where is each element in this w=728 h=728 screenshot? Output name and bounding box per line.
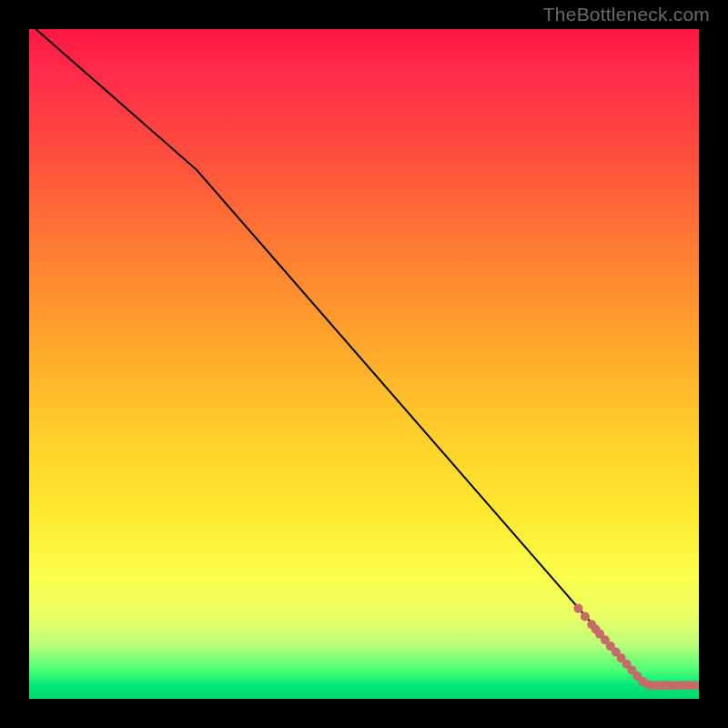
bottleneck-curve-line <box>35 29 699 685</box>
marker-dot <box>581 612 590 622</box>
chart-plot-area <box>29 29 699 699</box>
chart-overlay-svg <box>29 29 699 699</box>
watermark-text: TheBottleneck.com <box>543 4 710 25</box>
marker-dot <box>574 604 583 613</box>
marker-group <box>574 604 700 691</box>
